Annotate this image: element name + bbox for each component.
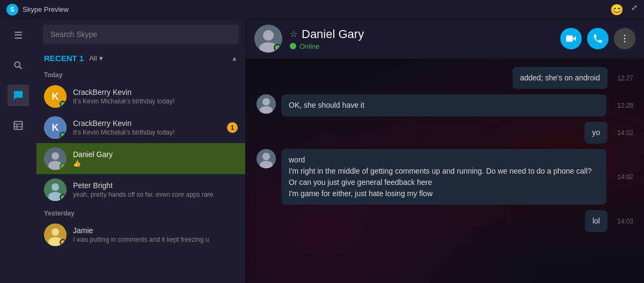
contact-list: Today K CrackBerry Kevin It's Kevin Mich… [36,67,245,283]
filter-dropdown[interactable]: All ▾ [89,54,103,62]
recent-title: RECENT 1 [44,54,84,63]
contact-item-active[interactable]: Daniel Gary 👍 [36,143,245,174]
svg-point-0 [14,62,20,67]
message-row: lol 14:03 [257,210,633,232]
svg-text:K: K [52,91,59,102]
name-row: ☆ Daniel Gary [290,27,560,41]
contact-panel: RECENT 1 All ▾ ▲ Today K Crack [36,19,246,283]
message-text: yo [592,128,600,137]
contact-preview: It's Kevin Michaluk's birthday today! [73,129,224,136]
avatar [44,147,67,170]
favorite-icon[interactable]: ☆ [290,29,297,39]
contact-preview: 👍 [73,160,238,167]
chat-area: ☆ Daniel Gary Online [246,19,644,283]
svg-point-27 [262,98,270,106]
contact-name: CrackBerry Kevin [73,88,238,96]
contact-item[interactable]: K CrackBerry Kevin It's Kevin Michaluk's… [36,81,245,112]
title-bar-actions: 😊 ⤢ [610,3,638,16]
contact-info: Jamie I was putting in comments and it k… [73,226,238,243]
svg-text:K: K [52,122,59,133]
chat-nav-icon[interactable] [8,85,29,106]
title-bar: S Skype Preview 😊 ⤢ [0,0,644,19]
message-content: wordI'm right in the middle of getting c… [281,149,633,205]
chat-header-info: ☆ Daniel Gary Online [290,27,560,50]
menu-icon[interactable]: ☰ [8,25,29,46]
message-avatar [257,94,276,114]
message-time: 14:02 [612,173,633,181]
message-row: wordI'm right in the middle of getting c… [257,149,633,205]
app-logo: S [6,4,18,16]
chat-header-avatar [254,25,282,53]
svg-line-1 [19,66,22,69]
contact-name: Jamie [73,226,238,235]
recent-header: RECENT 1 All ▾ ▲ [36,49,245,67]
expand-button[interactable]: ⤢ [631,3,638,16]
chat-content: ☆ Daniel Gary Online [246,19,644,283]
message-content: OK, she should have it 12:28 [281,94,633,116]
message-text: lol [592,217,600,225]
svg-rect-2 [14,122,23,130]
svg-rect-22 [566,35,573,42]
contact-info: Daniel Gary 👍 [73,150,238,167]
svg-point-23 [624,35,626,36]
svg-point-20 [263,30,274,41]
section-today: Today [36,67,245,81]
section-yesterday: Yesterday [36,205,245,219]
chat-actions [560,28,635,49]
message-text: OK, she should have it [289,101,364,109]
voice-call-button[interactable] [587,28,609,49]
svg-point-30 [262,153,270,160]
contact-item[interactable]: Jamie I was putting in comments and it k… [36,219,245,250]
svg-point-14 [52,183,59,191]
message-text: added; she's on android [520,73,600,82]
message-time: 12:28 [612,102,633,109]
chat-header: ☆ Daniel Gary Online [246,19,644,58]
emoji-button[interactable]: 😊 [610,3,624,16]
sidebar: ☰ [0,19,36,283]
main-layout: ☰ RECENT 1 [0,19,644,283]
message-avatar [257,149,276,168]
svg-point-25 [624,41,626,43]
contact-item[interactable]: K CrackBerry Kevin It's Kevin Michaluk's… [36,112,245,143]
online-status-text: Online [299,42,320,50]
avatar [44,224,67,246]
unread-badge: 1 [227,122,238,133]
svg-point-17 [52,228,59,236]
message-list: added; she's on android 12:27 [246,58,644,283]
chat-contact-name: Daniel Gary [302,27,364,41]
search-bar [36,19,245,49]
message-time: 14:02 [612,129,633,137]
scroll-up-icon[interactable]: ▲ [231,55,238,62]
online-status-dot [290,43,296,49]
message-time: 14:03 [612,218,633,225]
contact-preview: I was putting in comments and it kept fr… [73,236,238,243]
avatar [44,178,67,201]
svg-point-24 [624,38,626,40]
contact-name: Peter Bright [73,181,238,190]
avatar: K [44,116,67,139]
message-row: yo 14:02 [257,122,633,144]
contact-preview: yeah, pretty hands off so far. even core… [73,191,238,198]
message-time: 12:27 [612,75,633,82]
svg-point-11 [52,152,59,160]
contact-item[interactable]: Peter Bright yeah, pretty hands off so f… [36,174,245,205]
app-name: Skype Preview [23,5,69,13]
message-row: added; she's on android 12:27 [257,67,633,89]
search-input[interactable] [43,25,239,44]
contact-name: Daniel Gary [73,150,238,159]
more-options-button[interactable] [614,28,635,49]
status-row: Online [290,42,560,50]
avatar: K [44,85,67,108]
contact-preview: It's Kevin Michaluk's birthday today! [73,98,238,105]
contact-name: CrackBerry Kevin [73,119,224,128]
search-nav-icon[interactable] [8,55,29,76]
contact-info: Peter Bright yeah, pretty hands off so f… [73,181,238,198]
message-row: OK, she should have it 12:28 [257,94,633,116]
contact-info: CrackBerry Kevin It's Kevin Michaluk's b… [73,119,224,136]
video-call-button[interactable] [560,28,582,49]
contacts-nav-icon[interactable] [8,115,29,136]
contact-info: CrackBerry Kevin It's Kevin Michaluk's b… [73,88,238,105]
message-text: wordI'm right in the middle of getting c… [289,154,599,199]
